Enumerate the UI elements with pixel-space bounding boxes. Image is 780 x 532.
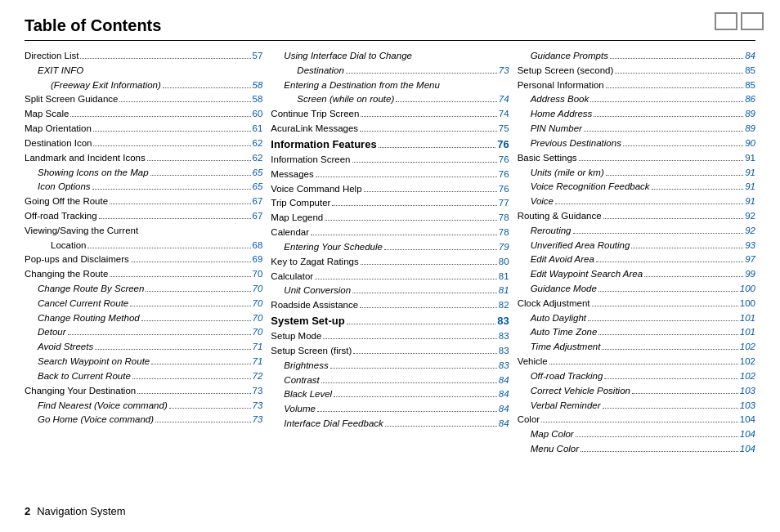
toc-dots	[110, 203, 250, 204]
corner-box-left	[715, 12, 737, 30]
toc-page: 102	[740, 340, 755, 355]
toc-entry: Setup Screen (second)85	[518, 64, 755, 78]
toc-label: Guidance Prompts	[518, 49, 608, 64]
toc-entry: Roadside Assistance82	[271, 298, 509, 313]
toc-label: Clock Adjustment	[518, 297, 590, 311]
toc-label: Map Scale	[25, 107, 69, 122]
toc-dots	[581, 451, 738, 452]
toc-entry: Time Adjustment102	[518, 340, 755, 355]
toc-page: 65	[253, 180, 263, 194]
toc-entry: Auto Daylight101	[518, 311, 755, 326]
toc-entry: Previous Destinations90	[518, 136, 755, 151]
toc-label: Correct Vehicle Position	[518, 384, 630, 399]
toc-label: Showing Icons on the Map	[25, 166, 149, 181]
toc-entry: Showing Icons on the Map65	[25, 166, 262, 181]
toc-page: 76	[499, 153, 509, 168]
toc-label: Home Address	[518, 107, 593, 122]
toc-entry: Unverified Area Routing93	[518, 239, 755, 253]
toc-entry: Entering a Destination from the Menu	[271, 78, 509, 93]
toc-entry: Key to Zagat Ratings80	[271, 255, 509, 270]
toc-page: 70	[253, 311, 263, 326]
toc-page: 82	[499, 298, 509, 313]
toc-page: 99	[745, 267, 755, 282]
toc-page: 76	[497, 136, 509, 153]
toc-entry: Color104	[518, 413, 755, 427]
toc-label: AcuraLink Messages	[271, 122, 358, 136]
toc-entry: Guidance Prompts84	[518, 49, 755, 64]
toc-page: 85	[745, 78, 755, 93]
toc-page: 83	[499, 344, 509, 359]
toc-dots	[615, 73, 743, 74]
toc-entry: Destination Icon62	[25, 136, 262, 151]
toc-dots	[652, 189, 744, 190]
toc-page: 84	[499, 373, 509, 388]
toc-entry: Messages76	[271, 168, 509, 182]
toc-page: 58	[253, 92, 263, 107]
toc-entry: Home Address89	[518, 107, 755, 122]
toc-page: 102	[740, 369, 755, 384]
toc-page: 101	[740, 325, 755, 340]
toc-page: 71	[253, 355, 263, 369]
toc-dots	[130, 306, 250, 306]
toc-page: 91	[745, 166, 755, 181]
toc-label: Brightness	[271, 359, 328, 373]
toc-entry: Auto Time Zone101	[518, 325, 755, 340]
toc-dots	[163, 87, 251, 88]
toc-entry: Back to Current Route72	[25, 369, 262, 384]
toc-label: Interface Dial Feedback	[271, 417, 383, 431]
toc-entry: Map Orientation61	[25, 122, 262, 136]
toc-dots	[602, 349, 737, 350]
toc-page: 67	[253, 209, 263, 224]
toc-entry: Change Route By Screen70	[25, 282, 262, 297]
toc-col3: Guidance Prompts84Setup Screen (second)8…	[518, 49, 755, 457]
toc-dots	[644, 276, 743, 277]
title-divider	[25, 40, 755, 41]
toc-label: Using Interface Dial to Change	[271, 49, 412, 64]
toc-dots	[396, 101, 497, 102]
toc-dots	[311, 235, 497, 235]
toc-page: 74	[499, 107, 509, 122]
toc-label: Going Off the Route	[25, 194, 108, 209]
toc-entry: Rerouting92	[518, 224, 755, 239]
toc-page: 70	[253, 267, 263, 282]
toc-dots	[379, 147, 496, 148]
toc-dots	[632, 393, 738, 394]
toc-dots	[604, 378, 738, 379]
toc-label: Voice	[518, 194, 554, 209]
toc-dots	[317, 411, 497, 412]
toc-columns: Direction List57EXIT INFO(Freeway Exit I…	[25, 49, 755, 457]
toc-entry: Going Off the Route67	[25, 194, 262, 209]
toc-label: Continue Trip Screen	[271, 107, 359, 122]
toc-label: Changing the Route	[25, 267, 108, 282]
toc-page: 91	[745, 151, 755, 166]
toc-dots	[352, 293, 497, 293]
toc-entry: Changing Your Destination73	[25, 384, 262, 399]
toc-label: Landmark and Incident Icons	[25, 151, 146, 166]
toc-dots	[147, 160, 251, 161]
toc-dots	[110, 276, 250, 277]
toc-label: Address Book	[518, 92, 589, 107]
toc-entry: Personal Information85	[518, 78, 755, 93]
toc-dots	[541, 422, 738, 422]
toc-page: 80	[499, 255, 509, 270]
toc-entry: PIN Number89	[518, 122, 755, 136]
toc-label: Map Legend	[271, 211, 323, 226]
toc-entry: Guidance Mode100	[518, 282, 755, 297]
toc-label: PIN Number	[518, 122, 582, 136]
toc-entry: Split Screen Guidance58	[25, 92, 262, 107]
toc-page: 69	[253, 253, 263, 267]
toc-dots	[131, 262, 251, 262]
toc-dots	[623, 145, 743, 146]
toc-label: Destination	[271, 64, 344, 78]
toc-entry: Screen (while on route)74	[271, 92, 509, 107]
toc-label: Messages	[271, 168, 313, 182]
toc-page: 103	[740, 384, 755, 399]
toc-dots	[132, 378, 251, 379]
toc-label: EXIT INFO	[25, 64, 83, 78]
toc-page: 85	[745, 64, 755, 78]
toc-label: Units (mile or km)	[518, 166, 604, 181]
toc-dots	[364, 191, 497, 192]
toc-label: Black Level	[271, 387, 332, 402]
toc-page: 89	[745, 107, 755, 122]
toc-entry: Setup Screen (first)83	[271, 344, 509, 359]
